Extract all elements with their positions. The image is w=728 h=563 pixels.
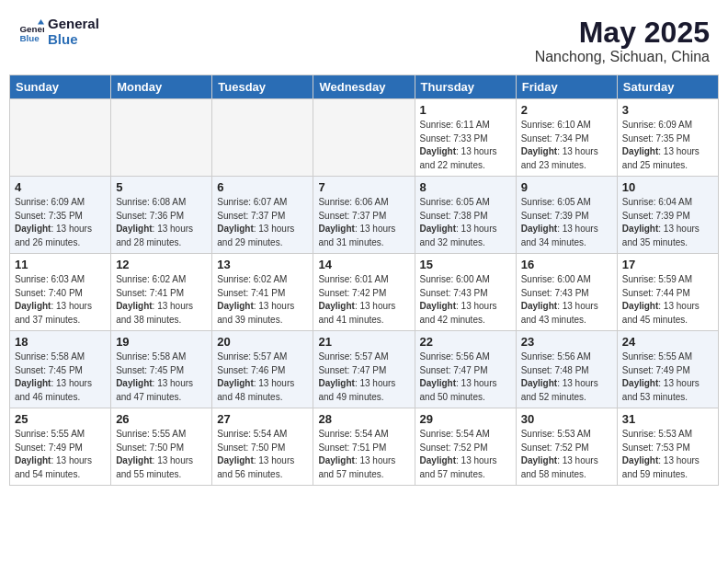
day-number: 17: [622, 258, 713, 271]
day-number: 22: [420, 335, 511, 349]
month-title: May 2025: [535, 17, 710, 49]
day-number: 24: [622, 335, 713, 349]
day-info: Sunrise: 5:56 AMSunset: 7:47 PMDaylight:…: [420, 350, 511, 404]
day-number: 19: [116, 335, 207, 349]
day-number: 11: [15, 258, 106, 271]
title-block: May 2025 Nanchong, Sichuan, China: [535, 17, 710, 65]
calendar-cell: 13Sunrise: 6:02 AMSunset: 7:41 PMDayligh…: [212, 254, 313, 331]
calendar-cell: 9Sunrise: 6:05 AMSunset: 7:39 PMDaylight…: [516, 177, 617, 254]
calendar-week-row: 25Sunrise: 5:55 AMSunset: 7:49 PMDayligh…: [10, 408, 719, 486]
calendar-cell: [10, 99, 111, 177]
weekday-header: Tuesday: [212, 75, 313, 99]
day-number: 9: [521, 180, 612, 194]
day-info: Sunrise: 5:53 AMSunset: 7:53 PMDaylight:…: [622, 428, 713, 481]
calendar-cell: 24Sunrise: 5:55 AMSunset: 7:49 PMDayligh…: [617, 331, 718, 408]
calendar-cell: 26Sunrise: 5:55 AMSunset: 7:50 PMDayligh…: [111, 408, 212, 486]
weekday-header: Wednesday: [313, 75, 415, 99]
day-info: Sunrise: 5:58 AMSunset: 7:45 PMDaylight:…: [15, 350, 106, 404]
day-info: Sunrise: 6:05 AMSunset: 7:38 PMDaylight:…: [420, 196, 511, 249]
day-number: 26: [116, 412, 207, 426]
day-info: Sunrise: 6:03 AMSunset: 7:40 PMDaylight:…: [15, 273, 106, 327]
day-info: Sunrise: 5:54 AMSunset: 7:52 PMDaylight:…: [420, 428, 511, 481]
logo-line2: Blue: [48, 32, 99, 48]
calendar-week-row: 11Sunrise: 6:03 AMSunset: 7:40 PMDayligh…: [10, 254, 719, 331]
weekday-header: Thursday: [415, 75, 516, 99]
calendar-cell: [212, 99, 313, 177]
day-number: 12: [116, 258, 207, 271]
day-info: Sunrise: 6:00 AMSunset: 7:43 PMDaylight:…: [420, 273, 511, 327]
calendar-week-row: 1Sunrise: 6:11 AMSunset: 7:33 PMDaylight…: [10, 99, 719, 177]
logo-icon: General Blue: [18, 19, 44, 45]
day-info: Sunrise: 6:05 AMSunset: 7:39 PMDaylight:…: [521, 196, 612, 249]
calendar-cell: [111, 99, 212, 177]
logo-line1: General: [48, 17, 99, 32]
day-number: 4: [15, 180, 106, 194]
day-info: Sunrise: 6:07 AMSunset: 7:37 PMDaylight:…: [217, 196, 308, 249]
calendar-cell: 21Sunrise: 5:57 AMSunset: 7:47 PMDayligh…: [313, 331, 415, 408]
day-number: 29: [420, 412, 511, 426]
weekday-header: Saturday: [617, 75, 718, 99]
calendar-cell: 15Sunrise: 6:00 AMSunset: 7:43 PMDayligh…: [415, 254, 516, 331]
day-number: 28: [318, 412, 409, 426]
day-number: 7: [318, 180, 409, 194]
day-info: Sunrise: 5:53 AMSunset: 7:52 PMDaylight:…: [521, 428, 612, 481]
weekday-header: Sunday: [10, 75, 111, 99]
calendar-table: SundayMondayTuesdayWednesdayThursdayFrid…: [9, 75, 719, 486]
day-number: 5: [116, 180, 207, 194]
day-info: Sunrise: 6:10 AMSunset: 7:34 PMDaylight:…: [521, 119, 612, 172]
calendar-cell: 11Sunrise: 6:03 AMSunset: 7:40 PMDayligh…: [10, 254, 111, 331]
calendar-cell: [313, 99, 415, 177]
day-info: Sunrise: 6:00 AMSunset: 7:43 PMDaylight:…: [521, 273, 612, 327]
calendar-cell: 10Sunrise: 6:04 AMSunset: 7:39 PMDayligh…: [617, 177, 718, 254]
svg-marker-2: [38, 19, 44, 25]
calendar-week-row: 4Sunrise: 6:09 AMSunset: 7:35 PMDaylight…: [10, 177, 719, 254]
day-info: Sunrise: 5:54 AMSunset: 7:51 PMDaylight:…: [318, 428, 409, 481]
calendar-header-row: SundayMondayTuesdayWednesdayThursdayFrid…: [10, 75, 719, 99]
calendar-cell: 30Sunrise: 5:53 AMSunset: 7:52 PMDayligh…: [516, 408, 617, 486]
calendar-cell: 12Sunrise: 6:02 AMSunset: 7:41 PMDayligh…: [111, 254, 212, 331]
day-number: 6: [217, 180, 308, 194]
day-number: 30: [521, 412, 612, 426]
day-info: Sunrise: 5:57 AMSunset: 7:46 PMDaylight:…: [217, 350, 308, 404]
day-info: Sunrise: 5:56 AMSunset: 7:48 PMDaylight:…: [521, 350, 612, 404]
day-info: Sunrise: 6:09 AMSunset: 7:35 PMDaylight:…: [622, 119, 713, 172]
calendar-cell: 18Sunrise: 5:58 AMSunset: 7:45 PMDayligh…: [10, 331, 111, 408]
day-number: 16: [521, 258, 612, 271]
day-number: 20: [217, 335, 308, 349]
calendar-cell: 20Sunrise: 5:57 AMSunset: 7:46 PMDayligh…: [212, 331, 313, 408]
calendar-week-row: 18Sunrise: 5:58 AMSunset: 7:45 PMDayligh…: [10, 331, 719, 408]
calendar-cell: 6Sunrise: 6:07 AMSunset: 7:37 PMDaylight…: [212, 177, 313, 254]
day-number: 14: [318, 258, 409, 271]
weekday-header: Friday: [516, 75, 617, 99]
calendar-cell: 31Sunrise: 5:53 AMSunset: 7:53 PMDayligh…: [617, 408, 718, 486]
day-info: Sunrise: 5:55 AMSunset: 7:49 PMDaylight:…: [622, 350, 713, 404]
day-number: 13: [217, 258, 308, 271]
logo: General Blue General Blue: [18, 17, 99, 47]
day-number: 23: [521, 335, 612, 349]
calendar-cell: 23Sunrise: 5:56 AMSunset: 7:48 PMDayligh…: [516, 331, 617, 408]
day-number: 21: [318, 335, 409, 349]
day-info: Sunrise: 5:55 AMSunset: 7:50 PMDaylight:…: [116, 428, 207, 481]
day-info: Sunrise: 6:01 AMSunset: 7:42 PMDaylight:…: [318, 273, 409, 327]
day-info: Sunrise: 6:11 AMSunset: 7:33 PMDaylight:…: [420, 119, 511, 172]
day-info: Sunrise: 6:02 AMSunset: 7:41 PMDaylight:…: [217, 273, 308, 327]
weekday-header: Monday: [111, 75, 212, 99]
day-number: 18: [15, 335, 106, 349]
page-header: General Blue General Blue May 2025 Nanch…: [9, 9, 719, 69]
calendar-cell: 22Sunrise: 5:56 AMSunset: 7:47 PMDayligh…: [415, 331, 516, 408]
calendar-cell: 27Sunrise: 5:54 AMSunset: 7:50 PMDayligh…: [212, 408, 313, 486]
day-info: Sunrise: 5:58 AMSunset: 7:45 PMDaylight:…: [116, 350, 207, 404]
calendar-cell: 2Sunrise: 6:10 AMSunset: 7:34 PMDaylight…: [516, 99, 617, 177]
day-number: 15: [420, 258, 511, 271]
calendar-cell: 7Sunrise: 6:06 AMSunset: 7:37 PMDaylight…: [313, 177, 415, 254]
calendar-cell: 8Sunrise: 6:05 AMSunset: 7:38 PMDaylight…: [415, 177, 516, 254]
day-info: Sunrise: 6:09 AMSunset: 7:35 PMDaylight:…: [15, 196, 106, 249]
day-info: Sunrise: 6:08 AMSunset: 7:36 PMDaylight:…: [116, 196, 207, 249]
day-info: Sunrise: 5:57 AMSunset: 7:47 PMDaylight:…: [318, 350, 409, 404]
calendar-cell: 3Sunrise: 6:09 AMSunset: 7:35 PMDaylight…: [617, 99, 718, 177]
calendar-cell: 29Sunrise: 5:54 AMSunset: 7:52 PMDayligh…: [415, 408, 516, 486]
calendar-cell: 28Sunrise: 5:54 AMSunset: 7:51 PMDayligh…: [313, 408, 415, 486]
calendar-cell: 4Sunrise: 6:09 AMSunset: 7:35 PMDaylight…: [10, 177, 111, 254]
day-info: Sunrise: 6:02 AMSunset: 7:41 PMDaylight:…: [116, 273, 207, 327]
day-number: 10: [622, 180, 713, 194]
